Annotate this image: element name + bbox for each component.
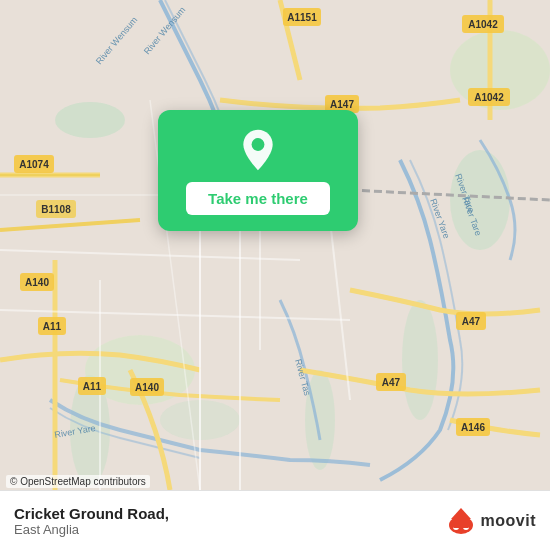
svg-point-2: [450, 150, 510, 250]
moovit-brand-label: moovit: [481, 512, 536, 530]
svg-text:A47: A47: [462, 316, 481, 327]
svg-text:A1042: A1042: [468, 19, 498, 30]
moovit-brand-icon: [445, 505, 477, 537]
moovit-logo: moovit: [445, 505, 536, 537]
svg-text:A1151: A1151: [287, 12, 317, 23]
take-me-there-button[interactable]: Take me there: [186, 182, 330, 215]
map-background: A1074 B1108 A140 A11 A11 A1151 A147 A104…: [0, 0, 550, 490]
location-info: Cricket Ground Road, East Anglia: [14, 505, 169, 537]
location-region: East Anglia: [14, 522, 169, 537]
svg-text:A11: A11: [43, 321, 62, 332]
app: A1074 B1108 A140 A11 A11 A1151 A147 A104…: [0, 0, 550, 550]
location-name: Cricket Ground Road,: [14, 505, 169, 522]
svg-point-3: [402, 300, 438, 420]
svg-marker-60: [451, 508, 471, 519]
svg-text:B1108: B1108: [41, 204, 71, 215]
location-card[interactable]: Take me there: [158, 110, 358, 231]
svg-text:A140: A140: [135, 382, 159, 393]
svg-text:A11: A11: [83, 381, 102, 392]
svg-text:A47: A47: [382, 377, 401, 388]
location-pin-icon: [236, 128, 280, 172]
svg-text:A146: A146: [461, 422, 485, 433]
svg-text:A1074: A1074: [19, 159, 49, 170]
svg-text:A147: A147: [330, 99, 354, 110]
svg-point-58: [252, 138, 265, 151]
svg-point-1: [55, 102, 125, 138]
svg-text:A140: A140: [25, 277, 49, 288]
bottom-bar: Cricket Ground Road, East Anglia moovit: [0, 490, 550, 550]
map-container: A1074 B1108 A140 A11 A11 A1151 A147 A104…: [0, 0, 550, 490]
svg-text:A1042: A1042: [474, 92, 504, 103]
svg-rect-63: [453, 522, 469, 528]
map-attribution: © OpenStreetMap contributors: [6, 475, 150, 488]
